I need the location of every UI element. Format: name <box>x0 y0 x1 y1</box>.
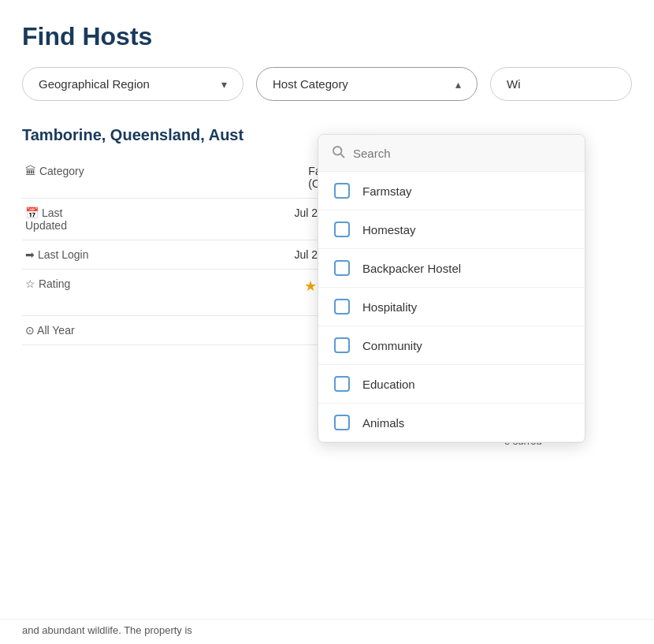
checkbox-community[interactable] <box>334 337 350 353</box>
dropdown-list: FarmstayHomestayBackpacker HostelHospita… <box>318 172 585 442</box>
filter-row: Geographical Region ▾ Host Category ▴ Wi <box>0 67 654 101</box>
checkbox-hospitality[interactable] <box>334 299 350 315</box>
field-icon-0: 🏛 <box>25 165 36 177</box>
dropdown-item-backpacker-hostel[interactable]: Backpacker Hostel <box>318 249 585 288</box>
search-input[interactable] <box>353 147 572 160</box>
item-label-farmstay: Farmstay <box>362 184 412 198</box>
wi-label: Wi <box>507 77 521 91</box>
field-icon-2: ➡ <box>25 248 35 261</box>
search-icon <box>331 144 345 162</box>
dropdown-arrow <box>358 134 377 135</box>
host-category-panel: FarmstayHomestayBackpacker HostelHospita… <box>318 134 585 443</box>
dropdown-item-homestay[interactable]: Homestay <box>318 210 585 249</box>
item-label-animals: Animals <box>362 416 404 430</box>
page-title: Find Hosts <box>0 0 654 67</box>
table-row: 📅 LastUpdatedJul 27, 2023 <box>22 199 358 240</box>
dropdown-item-animals[interactable]: Animals <box>318 404 585 442</box>
geo-region-label: Geographical Region <box>39 77 150 91</box>
checkbox-homestay[interactable] <box>334 221 350 237</box>
host-cat-label: Host Category <box>273 77 348 91</box>
item-label-homestay: Homestay <box>362 223 416 236</box>
checkbox-farmstay[interactable] <box>334 183 350 199</box>
table-row: ➡ Last LoginJul 27, 2023 <box>22 240 358 270</box>
field-icon-1: 📅 <box>25 207 39 219</box>
item-label-backpacker-hostel: Backpacker Hostel <box>362 262 461 275</box>
star-icon: ☆ <box>25 277 35 290</box>
item-label-education: Education <box>362 378 415 391</box>
host-cat-chevron-icon: ▴ <box>455 78 461 91</box>
checkbox-animals[interactable] <box>334 415 350 430</box>
item-label-community: Community <box>362 339 422 352</box>
listing-table: 🏛 CategoryFarmstay(Organic)📅 LastUpdated… <box>22 157 358 345</box>
bottom-text: and abundant wildlife. The property is <box>0 619 654 636</box>
item-label-hospitality: Hospitality <box>362 300 417 314</box>
dropdown-item-education[interactable]: Education <box>318 365 585 404</box>
checkbox-backpacker-hostel[interactable] <box>334 260 350 276</box>
dropdown-item-community[interactable]: Community <box>318 326 585 365</box>
dropdown-item-hospitality[interactable]: Hospitality <box>318 288 585 326</box>
dropdown-item-farmstay[interactable]: Farmstay <box>318 172 585 210</box>
wi-dropdown[interactable]: Wi <box>490 67 632 101</box>
host-category-dropdown[interactable]: Host Category ▴ <box>256 67 477 101</box>
checkbox-education[interactable] <box>334 376 350 392</box>
geographical-region-dropdown[interactable]: Geographical Region ▾ <box>22 67 243 101</box>
svg-line-1 <box>340 154 344 157</box>
table-row: ⊙ All YearYes <box>22 316 358 345</box>
table-row: 🏛 CategoryFarmstay(Organic) <box>22 157 358 199</box>
geo-chevron-icon: ▾ <box>221 78 227 91</box>
field-icon-4: ⊙ <box>25 324 35 337</box>
search-bar <box>318 135 585 172</box>
table-row: ☆ Rating★★★★★ (62) <box>22 270 358 316</box>
